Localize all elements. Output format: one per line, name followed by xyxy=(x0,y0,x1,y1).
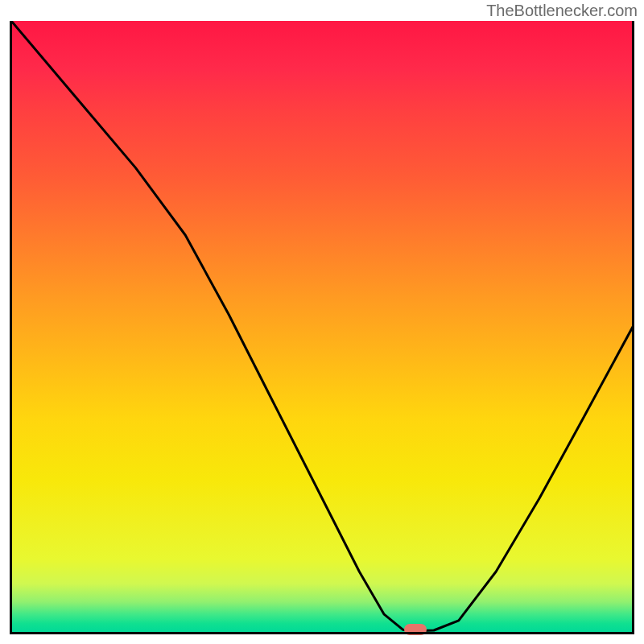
y-axis-left-line xyxy=(10,21,12,634)
x-axis-line xyxy=(11,632,633,634)
attribution-text: TheBottlenecker.com xyxy=(486,2,638,20)
y-axis-right-line xyxy=(632,21,634,634)
curve-svg xyxy=(11,21,633,633)
chart-plot-area xyxy=(11,21,633,633)
bottleneck-curve-line xyxy=(11,21,633,631)
